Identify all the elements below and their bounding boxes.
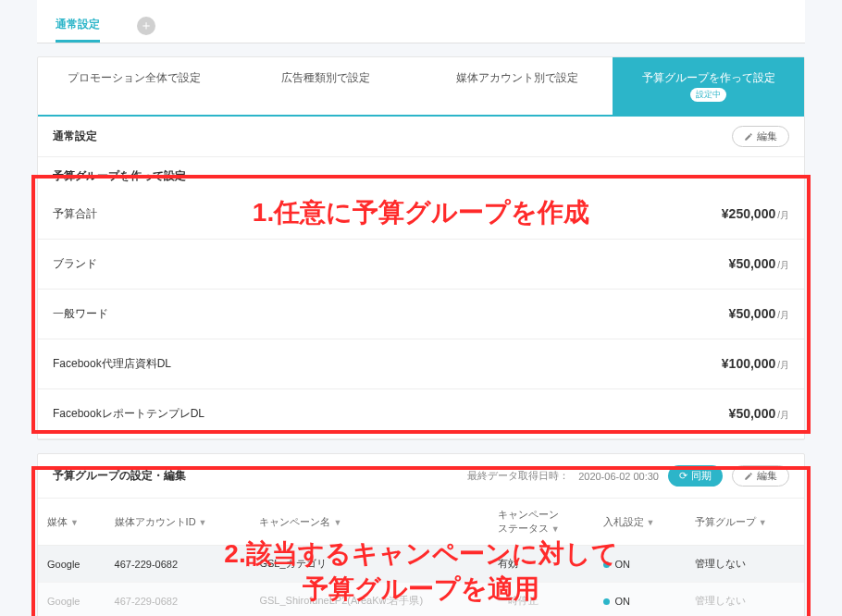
budget-row-amount: ¥50,000/月 <box>729 306 789 322</box>
cell-status: 一時停止 <box>489 583 594 617</box>
sub-tabs: プロモーション全体で設定 広告種類別で設定 媒体アカウント別で設定 予算グループ… <box>38 57 804 117</box>
budget-row[interactable]: ブランド¥50,000/月 <box>38 240 804 290</box>
last-sync-label: 最終データ取得日時： <box>467 469 569 483</box>
sub-tab-account[interactable]: 媒体アカウント別で設定 <box>421 57 613 115</box>
campaign-table: 媒体▼ 媒体アカウントID▼ キャンペーン名▼ キャンペーン ステータス▼ 入札… <box>38 499 804 616</box>
cell-media: Google <box>38 583 105 617</box>
table-row[interactable]: Google467-229-0682GSL_ShirofuneLP2(AreaK… <box>38 583 804 617</box>
cell-group: 管理しない <box>686 583 804 617</box>
section-head: 通常設定 編集 <box>38 117 804 157</box>
budget-row-amount: ¥250,000/月 <box>722 206 789 222</box>
budget-row-amount: ¥100,000/月 <box>722 356 789 372</box>
sort-icon: ▼ <box>199 518 207 527</box>
sort-icon: ▼ <box>70 518 79 527</box>
cell-status: 有効 <box>489 546 594 583</box>
active-badge: 設定中 <box>690 88 726 102</box>
cell-bid: ON <box>594 546 686 583</box>
budget-row-per: /月 <box>777 210 789 220</box>
sort-icon: ▼ <box>551 524 560 534</box>
sub-tab-budget-group[interactable]: 予算グループを作って設定 設定中 <box>613 57 804 115</box>
col-budget-group[interactable]: 予算グループ▼ <box>686 499 804 546</box>
budget-row-amount: ¥50,000/月 <box>729 406 789 422</box>
top-tab-normal[interactable]: 通常設定 <box>56 9 100 43</box>
cell-account: 467-229-0682 <box>105 583 251 617</box>
sync-button[interactable]: ⟳ 同期 <box>668 465 723 487</box>
budget-row-per: /月 <box>777 410 789 420</box>
budget-row[interactable]: 一般ワード¥50,000/月 <box>38 290 804 339</box>
sync-icon: ⟳ <box>679 470 687 482</box>
pencil-icon <box>744 472 753 481</box>
cell-campaign-name: GSL_カテゴリ <box>250 546 488 583</box>
top-tabs: 通常設定 ＋ <box>37 0 805 43</box>
edit-button[interactable]: 編集 <box>732 126 789 147</box>
budget-row[interactable]: Facebook代理店資料DL¥100,000/月 <box>38 339 804 389</box>
edit-button-label: 編集 <box>757 129 777 143</box>
campaign-card: 予算グループの設定・編集 最終データ取得日時： 2020-06-02 00:30… <box>37 453 805 616</box>
col-media[interactable]: 媒体▼ <box>38 499 105 546</box>
cell-media: Google <box>38 546 105 583</box>
cell-group: 管理しない <box>686 546 804 583</box>
last-sync-value: 2020-06-02 00:30 <box>578 471 659 482</box>
campaign-card-head: 予算グループの設定・編集 最終データ取得日時： 2020-06-02 00:30… <box>38 454 804 499</box>
campaign-card-title: 予算グループの設定・編集 <box>53 468 186 484</box>
budget-group-header: 予算グループを作って設定 <box>38 157 804 190</box>
budget-row[interactable]: FacebookレポートテンプレDL¥50,000/月 <box>38 389 804 439</box>
budget-row-name: Facebook代理店資料DL <box>53 356 171 372</box>
pencil-icon <box>744 132 753 142</box>
sub-tab-adtype[interactable]: 広告種類別で設定 <box>229 57 421 115</box>
cell-account: 467-229-0682 <box>105 546 251 583</box>
cell-bid: ON <box>594 583 686 617</box>
budget-row-per: /月 <box>777 260 789 270</box>
status-dot-icon <box>603 561 610 568</box>
budget-row-per: /月 <box>777 310 789 320</box>
edit-button-2-label: 編集 <box>757 469 777 483</box>
table-row[interactable]: Google467-229-0682GSL_カテゴリ有効ON管理しない <box>38 546 804 583</box>
settings-card: プロモーション全体で設定 広告種類別で設定 媒体アカウント別で設定 予算グループ… <box>37 56 805 440</box>
sort-icon: ▼ <box>333 518 341 527</box>
col-account-id[interactable]: 媒体アカウントID▼ <box>105 499 251 546</box>
status-dot-icon <box>603 598 610 605</box>
col-campaign-status[interactable]: キャンペーン ステータス▼ <box>489 499 594 546</box>
sync-button-label: 同期 <box>691 469 712 483</box>
sub-tab-promotion[interactable]: プロモーション全体で設定 <box>38 57 229 115</box>
budget-row-name: FacebookレポートテンプレDL <box>53 406 204 422</box>
edit-button-2[interactable]: 編集 <box>732 465 789 487</box>
sort-icon: ▼ <box>759 518 767 527</box>
sub-tab-budget-group-label: 予算グループを作って設定 <box>616 70 800 86</box>
col-campaign-name[interactable]: キャンペーン名▼ <box>250 499 488 546</box>
col-bid-setting[interactable]: 入札設定▼ <box>594 499 686 546</box>
sort-icon: ▼ <box>647 518 655 527</box>
section-title: 通常設定 <box>53 129 97 144</box>
cell-campaign-name: GSL_ShirofuneLP2(AreaKw:岩手県) <box>250 583 488 617</box>
budget-row-name: ブランド <box>53 256 97 272</box>
add-tab-icon[interactable]: ＋ <box>137 17 155 35</box>
budget-row-amount: ¥50,000/月 <box>729 256 789 272</box>
budget-row-name: 予算合計 <box>53 206 97 222</box>
budget-row-per: /月 <box>777 360 789 370</box>
budget-row-name: 一般ワード <box>53 306 108 322</box>
budget-row[interactable]: 予算合計¥250,000/月 <box>38 190 804 240</box>
